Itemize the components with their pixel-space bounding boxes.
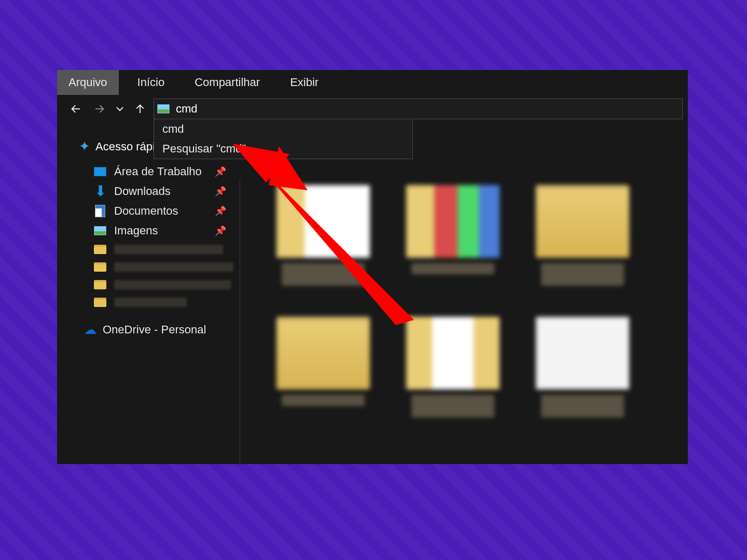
thumbnail bbox=[276, 185, 370, 258]
folder-icon bbox=[94, 262, 106, 272]
sidebar-item-label: Imagens bbox=[114, 224, 158, 237]
pin-icon: 📌 bbox=[215, 166, 226, 177]
blurred-label bbox=[541, 263, 624, 286]
address-suggestions: cmd Pesquisar "cmd" bbox=[154, 119, 413, 159]
thumbnail bbox=[406, 185, 500, 258]
sidebar-item-downloads[interactable]: ⬇ Downloads 📌 bbox=[79, 181, 240, 201]
sidebar-item-label: OneDrive - Personal bbox=[103, 323, 206, 337]
sidebar-item-label: Downloads bbox=[114, 185, 171, 198]
sidebar-item-folder[interactable] bbox=[79, 241, 240, 258]
sidebar-item-documents[interactable]: Documentos 📌 bbox=[79, 201, 240, 221]
sidebar-item-label: Área de Trabalho bbox=[114, 165, 202, 178]
sidebar-item-desktop[interactable]: Área de Trabalho 📌 bbox=[79, 162, 240, 181]
blurred-label bbox=[282, 263, 365, 286]
navigation-bar: cmd Pesquisar "cmd" bbox=[57, 95, 688, 123]
items-grid bbox=[266, 185, 677, 417]
address-input[interactable] bbox=[173, 99, 682, 119]
folder-item[interactable] bbox=[525, 317, 640, 417]
suggestion-item[interactable]: cmd bbox=[154, 119, 412, 139]
nav-up-button[interactable] bbox=[130, 99, 150, 119]
address-bar[interactable]: cmd Pesquisar "cmd" bbox=[154, 99, 683, 119]
sidebar-item-onedrive[interactable]: ☁ OneDrive - Personal bbox=[79, 323, 240, 337]
arrow-left-icon bbox=[70, 103, 82, 115]
blurred-label bbox=[411, 263, 494, 274]
tab-share[interactable]: Compartilhar bbox=[183, 70, 271, 95]
tab-home[interactable]: Início bbox=[126, 70, 176, 95]
sidebar-item-images[interactable]: Imagens 📌 bbox=[79, 221, 240, 241]
blurred-label bbox=[114, 298, 187, 307]
blurred-label bbox=[411, 395, 494, 417]
thumbnail bbox=[536, 317, 629, 389]
sidebar-item-label: Documentos bbox=[114, 204, 178, 218]
folder-item[interactable] bbox=[525, 185, 640, 286]
tab-file[interactable]: Arquivo bbox=[57, 70, 119, 95]
arrow-up-icon bbox=[134, 103, 146, 115]
pictures-icon bbox=[94, 226, 106, 235]
menubar: Arquivo Início Compartilhar Exibir bbox=[57, 70, 688, 95]
desktop-icon bbox=[94, 167, 106, 176]
pin-icon: 📌 bbox=[215, 186, 226, 197]
onedrive-icon: ☁ bbox=[84, 323, 96, 337]
folder-item[interactable] bbox=[266, 317, 380, 417]
suggestion-item[interactable]: Pesquisar "cmd" bbox=[154, 139, 412, 159]
arrow-right-icon bbox=[93, 103, 106, 115]
chevron-down-icon bbox=[116, 105, 124, 113]
blurred-label bbox=[114, 245, 223, 254]
sidebar-item-folder[interactable] bbox=[79, 293, 240, 311]
pin-icon: 📌 bbox=[215, 205, 226, 217]
folder-content bbox=[240, 123, 688, 464]
folder-icon bbox=[94, 298, 106, 307]
star-icon: ✦ bbox=[79, 138, 90, 155]
pictures-folder-icon bbox=[157, 104, 170, 114]
pin-icon: 📌 bbox=[215, 225, 226, 236]
documents-icon bbox=[95, 205, 105, 217]
folder-item[interactable] bbox=[396, 317, 510, 417]
location-icon bbox=[154, 99, 173, 119]
nav-history-dropdown[interactable] bbox=[113, 99, 127, 119]
folder-item[interactable] bbox=[266, 185, 380, 286]
blurred-label bbox=[114, 262, 233, 272]
sidebar-item-folder[interactable] bbox=[79, 258, 240, 276]
explorer-window: Arquivo Início Compartilhar Exibir cmd bbox=[57, 70, 688, 464]
folder-item[interactable] bbox=[396, 185, 510, 286]
thumbnail bbox=[536, 185, 629, 258]
folder-icon bbox=[94, 280, 106, 289]
thumbnail bbox=[406, 317, 500, 389]
navigation-pane: ✦ Acesso rápido Área de Trabalho 📌 ⬇ Dow… bbox=[57, 123, 240, 464]
nav-forward-button[interactable] bbox=[89, 99, 110, 119]
window-body: ✦ Acesso rápido Área de Trabalho 📌 ⬇ Dow… bbox=[57, 123, 688, 464]
blurred-label bbox=[541, 395, 624, 417]
blurred-label bbox=[114, 280, 231, 289]
blurred-label bbox=[282, 395, 365, 406]
folder-icon bbox=[94, 245, 106, 254]
download-icon: ⬇ bbox=[94, 187, 106, 196]
sidebar-item-folder[interactable] bbox=[79, 276, 240, 293]
tab-view[interactable]: Exibir bbox=[279, 70, 330, 95]
nav-back-button[interactable] bbox=[65, 99, 86, 119]
thumbnail bbox=[276, 317, 370, 389]
